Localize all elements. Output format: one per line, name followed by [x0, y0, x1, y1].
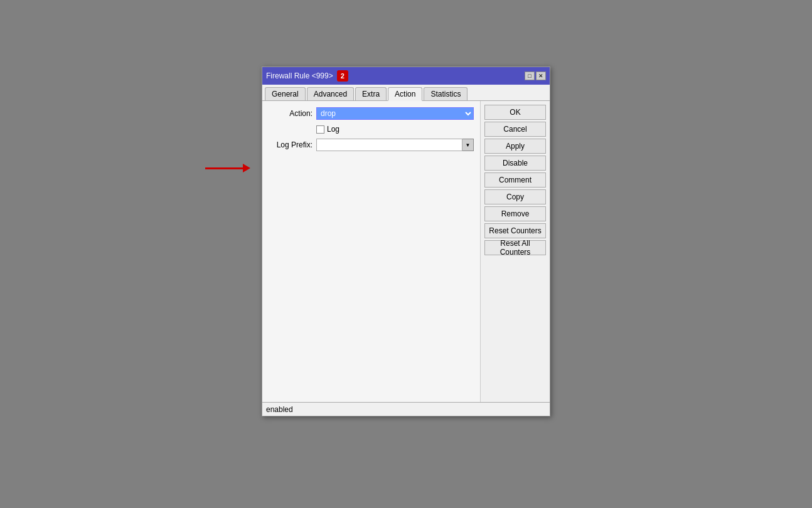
title-bar: Firewall Rule <999> 2 □ ✕ [262, 67, 550, 85]
action-field-row: Action: drop accept reject passthrough j… [269, 107, 474, 120]
arrow-line [205, 167, 243, 169]
close-button[interactable]: ✕ [536, 71, 546, 80]
firewall-rule-dialog: Firewall Rule <999> 2 □ ✕ General Advanc… [262, 66, 550, 416]
log-prefix-row: Log Prefix: ▼ [269, 139, 474, 151]
copy-button[interactable]: Copy [484, 189, 546, 204]
log-prefix-input-wrap: ▼ [316, 139, 474, 151]
log-row: Log [269, 125, 474, 134]
log-prefix-input[interactable] [316, 139, 462, 151]
tab-extra[interactable]: Extra [355, 87, 387, 100]
remove-button[interactable]: Remove [484, 206, 546, 221]
dialog-body: Action: drop accept reject passthrough j… [262, 101, 550, 402]
side-panel: OK Cancel Apply Disable Comment Copy Rem… [481, 101, 550, 402]
action-label: Action: [269, 109, 313, 118]
action-select-wrapper: drop accept reject passthrough jump retu… [316, 107, 474, 120]
log-prefix-dropdown-btn[interactable]: ▼ [462, 139, 474, 151]
reset-counters-button[interactable]: Reset Counters [484, 223, 546, 238]
ok-button[interactable]: OK [484, 105, 546, 120]
log-checkbox[interactable] [316, 125, 324, 134]
status-text: enabled [266, 405, 293, 414]
disable-button[interactable]: Disable [484, 156, 546, 171]
tab-action[interactable]: Action [388, 87, 422, 101]
log-prefix-label: Log Prefix: [269, 140, 313, 149]
tab-statistics[interactable]: Statistics [424, 87, 467, 100]
tab-advanced[interactable]: Advanced [307, 87, 354, 100]
reset-all-counters-button[interactable]: Reset All Counters [484, 240, 546, 255]
cancel-button[interactable]: Cancel [484, 122, 546, 137]
tab-general[interactable]: General [265, 87, 306, 100]
restore-button[interactable]: □ [525, 71, 535, 80]
arrow-head [243, 164, 250, 172]
status-bar: enabled [262, 402, 550, 416]
log-label: Log [327, 125, 339, 134]
title-bar-left: Firewall Rule <999> 2 [266, 70, 348, 82]
comment-button[interactable]: Comment [484, 172, 546, 188]
apply-button[interactable]: Apply [484, 139, 546, 154]
arrow-indicator [205, 164, 250, 172]
main-panel: Action: drop accept reject passthrough j… [262, 101, 481, 402]
title-badge: 2 [337, 70, 348, 82]
title-controls: □ ✕ [525, 71, 546, 80]
tab-bar: General Advanced Extra Action Statistics [262, 85, 550, 101]
dialog-title: Firewall Rule <999> [266, 71, 333, 80]
action-select[interactable]: drop accept reject passthrough jump retu… [316, 107, 474, 120]
